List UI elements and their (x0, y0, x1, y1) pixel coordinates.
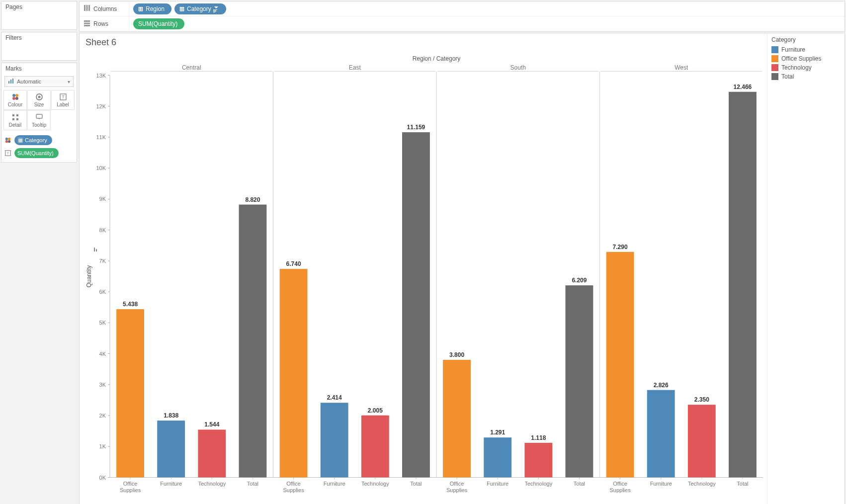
bar-value-label: 2.005 (368, 407, 383, 414)
chart-canvas[interactable]: Region / CategoryCentralEastSouthWest0K1… (83, 52, 767, 502)
legend-swatch-icon (771, 64, 778, 71)
category-label: Total (410, 481, 422, 487)
bar[interactable] (239, 205, 267, 478)
bar[interactable] (606, 252, 634, 478)
pages-title: Pages (1, 1, 77, 12)
bar-value-label: 1.838 (164, 412, 178, 419)
bar[interactable] (321, 403, 348, 477)
bar-value-label: 6.740 (286, 260, 301, 267)
svg-rect-25 (84, 20, 90, 22)
category-label: Supplies (609, 487, 631, 493)
legend-item-label: Technology (781, 64, 812, 71)
bar-value-label: 2.826 (654, 382, 669, 389)
bar[interactable] (157, 420, 185, 477)
marks-colour-label: Colour (8, 102, 22, 107)
marks-size-label: Size (34, 102, 44, 107)
columns-pill-region[interactable]: ⊞ Region (133, 3, 171, 14)
bar[interactable] (729, 92, 757, 478)
marks-tooltip-button[interactable]: Tooltip (27, 110, 51, 130)
marks-detail-button[interactable]: Detail (3, 110, 27, 130)
y-tick-label: 7K (99, 258, 106, 264)
columns-pill-category[interactable]: ⊞ Category (174, 3, 226, 14)
y-tick-label: 5K (99, 320, 106, 326)
bar[interactable] (198, 429, 226, 477)
svg-point-19 (8, 140, 10, 143)
y-tick-label: 8K (99, 227, 106, 233)
bar-value-label: 1.544 (204, 421, 219, 428)
rows-label: Rows (93, 20, 108, 27)
bar-value-label: 6.209 (572, 277, 587, 284)
bar[interactable] (361, 416, 389, 478)
rows-pill-sum-quantity[interactable]: SUM(Quantity) (133, 18, 184, 29)
marks-label-button[interactable]: T Label (51, 90, 75, 110)
legend-swatch-icon (771, 55, 778, 62)
y-tick-label: 11K (96, 134, 106, 140)
bar[interactable] (443, 360, 471, 477)
bar[interactable] (524, 443, 552, 478)
bar-value-label: 3.800 (449, 351, 464, 358)
rows-shelf[interactable]: Rows SUM(Quantity) (80, 16, 845, 31)
legend-item[interactable]: Technology (771, 64, 841, 71)
columns-pill-region-label: Region (146, 5, 165, 12)
svg-rect-26 (84, 22, 90, 24)
filters-shelf[interactable]: Filters (1, 32, 77, 61)
svg-point-8 (38, 95, 40, 98)
category-label: Office (123, 481, 138, 487)
svg-point-18 (5, 140, 8, 143)
pages-shelf[interactable]: Pages (1, 1, 77, 30)
category-label: Supplies (446, 487, 468, 493)
marks-label-pill-sum-quantity[interactable]: SUM(Quantity) (14, 148, 59, 158)
tooltip-icon (35, 113, 43, 121)
columns-pill-category-label: Category (187, 5, 211, 12)
legend-item-label: Total (781, 73, 794, 80)
rows-icon (84, 20, 90, 28)
category-label: Total (247, 481, 258, 487)
category-label: Technology (688, 481, 716, 487)
category-label: Furniture (487, 481, 508, 487)
columns-shelf[interactable]: Columns ⊞ Region ⊞ Category (80, 1, 845, 16)
category-label: Office (613, 481, 627, 487)
legend-swatch-icon (771, 46, 778, 53)
sort-desc-icon (213, 6, 219, 11)
marks-colour-pill-category[interactable]: ⊞ Category (14, 135, 52, 145)
bar[interactable] (116, 309, 144, 477)
bar[interactable] (688, 405, 716, 477)
category-label: Office (286, 481, 301, 487)
legend-item[interactable]: Office Supplies (771, 55, 841, 62)
legend-item[interactable]: Total (771, 73, 841, 80)
bar[interactable] (647, 390, 675, 478)
y-tick-label: 10K (96, 165, 106, 171)
y-tick-label: 1K (99, 443, 106, 449)
category-label: Technology (524, 481, 552, 487)
marks-colour-button[interactable]: Colour (3, 90, 27, 110)
marks-size-button[interactable]: Size (27, 90, 51, 110)
svg-rect-11 (12, 114, 14, 116)
svg-text:T: T (7, 151, 9, 156)
svg-rect-1 (10, 80, 11, 84)
y-tick-label: 2K (99, 413, 106, 419)
bar[interactable] (402, 132, 430, 477)
chevron-down-icon: ▾ (68, 79, 70, 84)
legend-item-label: Furniture (781, 46, 805, 53)
mark-type-dropdown[interactable]: Automatic ▾ (4, 76, 74, 87)
region-header: Central (182, 64, 201, 71)
marks-tooltip-label: Tooltip (32, 122, 46, 128)
y-axis-label: Quantity (85, 265, 92, 288)
category-label: Supplies (120, 487, 141, 493)
legend-item-label: Office Supplies (781, 55, 822, 62)
legend-item[interactable]: Furniture (771, 46, 841, 53)
svg-rect-23 (86, 5, 88, 11)
filters-title: Filters (1, 32, 77, 43)
marks-label-pill-sum-quantity-label: SUM(Quantity) (17, 150, 54, 156)
bar[interactable] (566, 285, 593, 477)
legend-card[interactable]: Category FurnitureOffice SuppliesTechnol… (767, 33, 845, 504)
svg-point-17 (8, 138, 10, 140)
bar[interactable] (280, 269, 308, 477)
marks-card: Marks Automatic ▾ Colour Size (1, 63, 77, 163)
category-label: Total (737, 481, 748, 487)
category-label: Office (450, 481, 464, 487)
sheet-title[interactable]: Sheet 6 (83, 36, 767, 52)
bar[interactable] (484, 437, 511, 477)
svg-point-3 (12, 94, 15, 97)
marks-title: Marks (1, 63, 77, 74)
